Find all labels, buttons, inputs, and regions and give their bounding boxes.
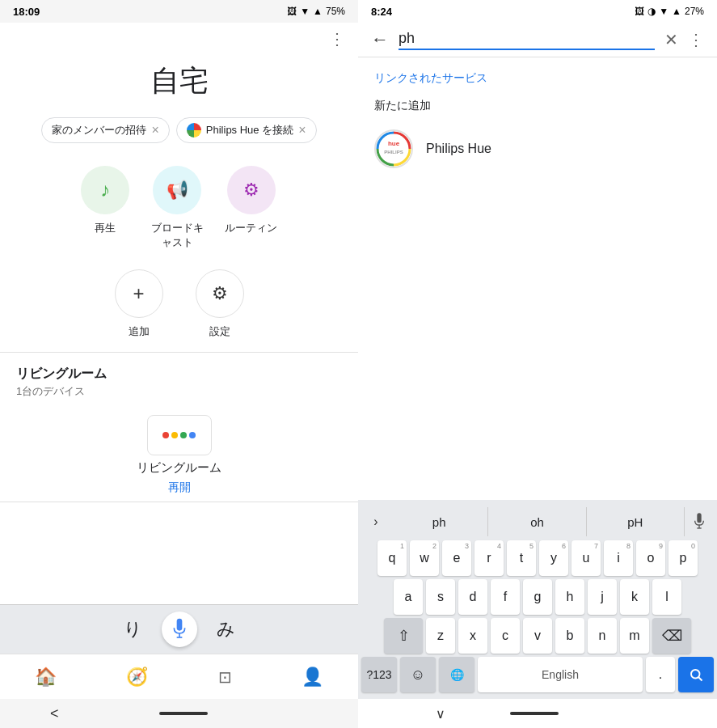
battery-right: 27% (685, 6, 704, 17)
home-nav-icon: 🏠 (35, 667, 57, 688)
key-t[interactable]: t5 (507, 540, 536, 576)
keyboard-mic-button[interactable] (685, 507, 714, 536)
invite-chip-close[interactable]: × (151, 123, 158, 138)
key-l[interactable]: l (652, 579, 681, 615)
key-k[interactable]: k (620, 579, 649, 615)
search-input[interactable]: ph (399, 30, 655, 50)
back-button-right[interactable]: ← (371, 29, 389, 50)
home-indicator-left[interactable] (159, 712, 208, 715)
key-y[interactable]: y6 (539, 540, 568, 576)
top-menu: ⋮ (0, 23, 358, 49)
nav-profile[interactable]: 👤 (302, 667, 323, 688)
home-indicator-right[interactable] (510, 712, 559, 715)
suggestion-row: › ph oh pH (361, 506, 714, 537)
invite-chip[interactable]: 家のメンバーの招待 × (41, 117, 169, 143)
dot-blue (189, 432, 196, 438)
nav-home[interactable]: 🏠 (35, 667, 57, 688)
space-key[interactable]: English (478, 657, 643, 692)
num-key[interactable]: ?123 (361, 657, 397, 692)
chevron-down-icon[interactable]: ∨ (436, 706, 445, 722)
key-n[interactable]: n (588, 618, 617, 654)
keyboard-section: › ph oh pH q1 w2 e3 r4 t5 y6 u7 i8 o (358, 500, 717, 699)
key-m[interactable]: m (620, 618, 649, 654)
back-button-left[interactable]: < (50, 705, 59, 722)
nav-explore[interactable]: 🧭 (126, 667, 148, 688)
period-key[interactable]: . (646, 657, 675, 692)
key-w[interactable]: w2 (410, 540, 439, 576)
key-x[interactable]: x (458, 618, 487, 654)
main-content-left: ⋮ 自宅 家のメンバーの招待 × Philips Hue を接続 × ♪ 再生 (0, 23, 358, 699)
key-a[interactable]: a (394, 579, 423, 615)
nav-media[interactable]: ⊡ (218, 667, 232, 687)
key-r[interactable]: r4 (474, 540, 504, 576)
home-title: 自宅 (0, 49, 358, 117)
key-e[interactable]: e3 (442, 540, 471, 576)
device-card[interactable]: リビングルーム 再開 (0, 405, 358, 502)
svg-line-10 (698, 677, 702, 681)
resume-button[interactable]: 再開 (168, 480, 191, 495)
play-action[interactable]: ♪ 再生 (81, 166, 129, 250)
status-bar-right: 8:24 🖼 ◑ ▼ ▲ 27% (358, 0, 717, 23)
room-name: リビングルーム (16, 366, 342, 383)
philips-logo-chip (187, 123, 201, 138)
suggestion-oh[interactable]: oh (488, 507, 586, 536)
content-spacer (358, 178, 717, 500)
keyboard-mic-icon (693, 513, 706, 531)
broadcast-action[interactable]: 📢 ブロードキャスト (149, 166, 205, 250)
suggestion-ph[interactable]: ph (390, 507, 488, 536)
broadcast-circle: 📢 (153, 166, 201, 214)
key-p[interactable]: p0 (668, 540, 698, 576)
chip-row: 家のメンバーの招待 × Philips Hue を接続 × (0, 117, 358, 159)
suggestion-pH[interactable]: pH (587, 507, 685, 536)
more-menu-button[interactable]: ⋮ (329, 29, 345, 49)
philips-chip-close[interactable]: × (298, 123, 306, 138)
key-u[interactable]: u7 (571, 540, 601, 576)
mic-button[interactable] (162, 612, 197, 647)
key-f[interactable]: f (491, 579, 520, 615)
status-icons-left: 🖼 ▼ ▲ 75% (287, 6, 345, 17)
key-b[interactable]: b (555, 618, 584, 654)
delete-key[interactable]: ⌫ (652, 618, 691, 654)
explore-nav-icon: 🧭 (126, 667, 148, 688)
add-utility[interactable]: + 追加 (115, 269, 163, 339)
kb-char-left: り (124, 617, 142, 641)
more-search-button[interactable]: ⋮ (688, 30, 704, 49)
settings-circle: ⚙ (196, 269, 244, 318)
keyboard-preview: り み (0, 604, 358, 654)
settings-utility[interactable]: ⚙ 設定 (196, 269, 244, 339)
broadcast-icon: 📢 (167, 180, 188, 201)
search-key[interactable] (678, 657, 714, 692)
shift-key[interactable]: ⇧ (384, 618, 423, 654)
suggestions-expand[interactable]: › (361, 507, 390, 536)
hue-logo-svg: hue PHILIPS (376, 131, 411, 167)
time-left: 18:09 (13, 6, 40, 18)
emoji-key[interactable]: ☺ (400, 657, 436, 692)
key-j[interactable]: j (588, 579, 617, 615)
key-s[interactable]: s (426, 579, 455, 615)
key-d[interactable]: d (458, 579, 487, 615)
key-i[interactable]: i8 (604, 540, 633, 576)
room-device-count: 1台のデバイス (16, 384, 342, 399)
key-c[interactable]: c (491, 618, 520, 654)
key-g[interactable]: g (523, 579, 552, 615)
status-icons-right: 🖼 ◑ ▼ ▲ 27% (635, 6, 704, 17)
bottom-nav: 🏠 🧭 ⊡ 👤 (0, 654, 358, 699)
device-name: リビングルーム (137, 460, 221, 476)
broadcast-label: ブロードキャスト (149, 221, 205, 250)
linked-title: リンクされたサービス (374, 71, 487, 84)
key-q[interactable]: q1 (377, 540, 407, 576)
clear-search-button[interactable]: ✕ (664, 30, 678, 49)
key-z[interactable]: z (426, 618, 455, 654)
key-v[interactable]: v (523, 618, 552, 654)
philips-hue-service[interactable]: hue PHILIPS Philips Hue (358, 120, 717, 178)
key-h[interactable]: h (555, 579, 584, 615)
key-o[interactable]: o9 (636, 540, 665, 576)
system-nav-right: ∨ (358, 699, 717, 728)
signal-icon-right: ▲ (672, 6, 681, 17)
philips-chip[interactable]: Philips Hue を接続 × (176, 117, 317, 143)
svg-point-9 (691, 670, 700, 679)
time-right: 8:24 (371, 6, 392, 18)
routine-action[interactable]: ⚙ ルーティン (225, 166, 277, 250)
wifi-icon-right: ▼ (659, 6, 668, 17)
lang-key[interactable]: 🌐 (439, 657, 474, 692)
